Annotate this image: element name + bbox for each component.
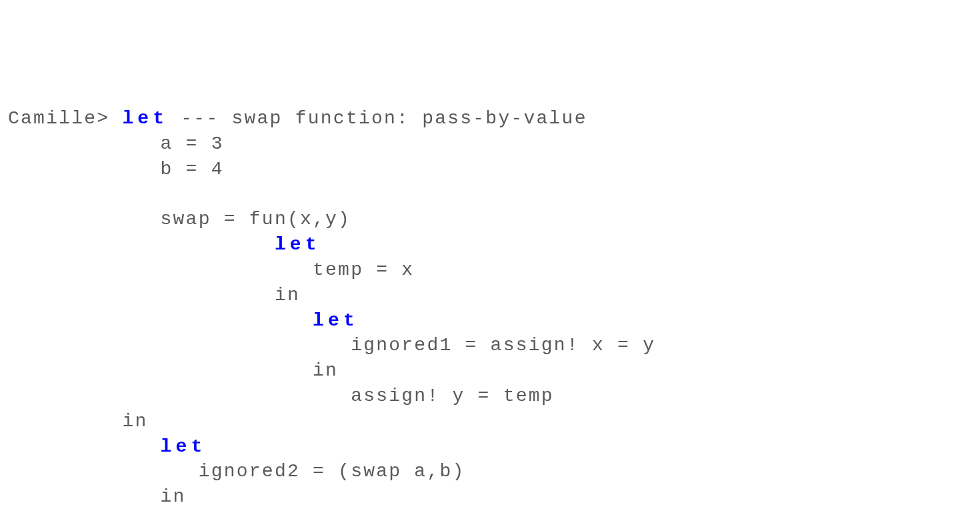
code-line: in	[8, 486, 186, 507]
code-line: in	[8, 411, 147, 432]
keyword-let: let	[275, 234, 321, 255]
code-line: ignored1 = assign! x = y	[8, 335, 655, 356]
code-line: a = 3	[8, 133, 224, 154]
repl-prompt: Camille>	[8, 108, 122, 129]
code-indent	[8, 234, 275, 255]
code-line: swap = fun(x,y)	[8, 209, 351, 229]
code-line: b = 4	[8, 159, 224, 179]
keyword-let: let	[161, 436, 207, 457]
code-line: assign! y = temp	[8, 386, 554, 406]
code-indent	[8, 436, 161, 457]
code-line: in	[8, 360, 338, 381]
code-block: Camille> let --- swap function: pass-by-…	[8, 106, 972, 511]
keyword-let: let	[313, 310, 359, 331]
code-line: in	[8, 285, 300, 306]
code-line: ignored2 = (swap a,b)	[8, 461, 465, 482]
code-indent	[8, 310, 313, 331]
comment: --- swap function: pass-by-value	[168, 108, 587, 129]
keyword-let: let	[122, 108, 168, 129]
code-line: temp = x	[8, 260, 414, 280]
